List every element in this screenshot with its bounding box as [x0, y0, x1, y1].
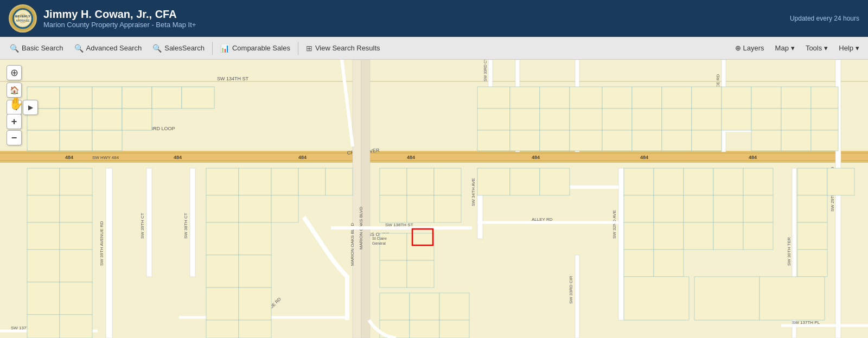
svg-rect-158: [27, 250, 60, 282]
zoom-out-button[interactable]: −: [7, 130, 22, 145]
comparable-sales-button[interactable]: 📊 Comparable Sales: [215, 42, 296, 55]
help-button[interactable]: Help ▾: [834, 42, 864, 54]
svg-rect-92: [570, 87, 602, 109]
chart-icon: 📊: [220, 44, 229, 53]
svg-rect-166: [271, 168, 298, 195]
tools-button[interactable]: Tools ▾: [801, 42, 832, 54]
svg-rect-122: [781, 130, 811, 151]
svg-text:General: General: [372, 241, 386, 245]
zoom-in-button[interactable]: +: [7, 114, 22, 129]
svg-rect-131: [743, 168, 773, 195]
svg-text:484: 484: [640, 155, 648, 160]
tools-dropdown-icon: ▾: [824, 44, 828, 52]
svg-text:484: 484: [174, 155, 182, 160]
svg-rect-97: [722, 87, 751, 109]
forward-button[interactable]: ▶: [23, 100, 38, 115]
svg-rect-88: [407, 260, 434, 288]
toolbar: 🔍 Basic Search 🔍 Advanced Search 🔍 Sales…: [0, 37, 868, 60]
svg-rect-31: [92, 109, 122, 130]
svg-text:484: 484: [65, 155, 73, 160]
svg-rect-137: [713, 195, 743, 222]
svg-rect-179: [239, 320, 271, 338]
search-icon-2: 🔍: [74, 44, 84, 53]
svg-rect-79: [380, 168, 407, 195]
svg-rect-90: [510, 87, 540, 109]
svg-rect-160: [27, 282, 60, 315]
svg-rect-123: [811, 130, 838, 151]
svg-rect-170: [239, 195, 271, 222]
svg-text:BEVERLY: BEVERLY: [15, 15, 30, 18]
svg-rect-110: [751, 109, 781, 130]
svg-rect-95: [662, 87, 692, 109]
svg-text:SW 33RD CT: SW 33RD CT: [483, 60, 487, 81]
svg-rect-135: [654, 195, 684, 222]
svg-text:SW 32ND AVE: SW 32ND AVE: [612, 210, 617, 239]
logo: BEVERLY APPRAISE: [9, 4, 37, 33]
svg-rect-62: [488, 60, 493, 87]
svg-rect-121: [751, 130, 781, 151]
svg-text:SW 33RD CIR: SW 33RD CIR: [569, 276, 573, 304]
svg-rect-24: [60, 87, 92, 109]
svg-rect-153: [60, 168, 92, 195]
svg-rect-169: [206, 195, 239, 222]
svg-rect-159: [60, 250, 92, 282]
view-search-results-button[interactable]: ⊞ View Search Results: [301, 42, 386, 55]
zoom-controls: + −: [7, 114, 22, 145]
svg-rect-180: [380, 293, 410, 320]
separator-1: [212, 42, 213, 55]
svg-rect-86: [407, 233, 434, 260]
svg-text:SW 34TH AVE: SW 34TH AVE: [471, 178, 476, 206]
home-button[interactable]: 🏠: [7, 82, 22, 98]
app-title: Jimmy H. Cowan, Jr., CFA: [43, 8, 196, 21]
svg-rect-105: [602, 109, 632, 130]
svg-rect-93: [602, 87, 632, 109]
svg-rect-167: [298, 168, 326, 195]
svg-rect-133: [827, 168, 854, 195]
svg-rect-120: [692, 130, 722, 151]
svg-text:SW 134TH ST: SW 134TH ST: [217, 76, 249, 81]
svg-rect-48: [618, 168, 624, 320]
basic-search-button[interactable]: 🔍 Basic Search: [4, 42, 69, 55]
search-icon: 🔍: [10, 44, 19, 53]
svg-rect-130: [713, 168, 743, 195]
svg-text:SW 137TH PL: SW 137TH PL: [792, 320, 820, 325]
svg-rect-132: [797, 168, 827, 195]
layers-button[interactable]: ⊕ Layers: [731, 42, 769, 54]
svg-text:484: 484: [532, 155, 540, 160]
svg-rect-42: [353, 60, 361, 338]
svg-rect-162: [27, 315, 60, 338]
svg-rect-138: [743, 195, 773, 222]
svg-rect-119: [662, 130, 692, 151]
svg-rect-108: [692, 109, 722, 130]
svg-rect-91: [540, 87, 570, 109]
svg-rect-103: [540, 109, 570, 130]
title-block: Jimmy H. Cowan, Jr., CFA Marion County P…: [43, 8, 196, 29]
svg-rect-109: [722, 109, 751, 130]
svg-text:St Claire: St Claire: [372, 237, 387, 240]
svg-text:484: 484: [749, 155, 757, 160]
svg-rect-173: [239, 222, 271, 255]
help-dropdown-icon: ▾: [856, 44, 859, 52]
svg-rect-142: [684, 222, 713, 250]
svg-rect-182: [439, 293, 469, 320]
map-button[interactable]: Map ▾: [771, 42, 799, 54]
sales-search-button[interactable]: 🔍 SalesSearch: [147, 42, 210, 55]
svg-rect-152: [27, 168, 60, 195]
svg-rect-25: [92, 87, 122, 109]
svg-text:APPRAISE: APPRAISE: [16, 19, 30, 22]
advanced-search-button[interactable]: 🔍 Advanced Search: [69, 42, 148, 55]
svg-rect-149: [624, 277, 689, 320]
svg-rect-125: [510, 168, 540, 195]
map-container[interactable]: 484 SW HWY 484 484 484 484 484 484 484 S…: [0, 60, 868, 338]
crosshair-button[interactable]: ⊕: [7, 65, 22, 80]
svg-text:SW 39TH AVENUE RD: SW 39TH AVENUE RD: [99, 221, 104, 266]
svg-rect-124: [477, 168, 510, 195]
svg-rect-100: [811, 87, 838, 109]
svg-rect-94: [632, 87, 662, 109]
svg-rect-111: [781, 109, 811, 130]
svg-rect-155: [60, 195, 92, 222]
svg-rect-184: [410, 320, 439, 338]
svg-rect-112: [811, 109, 838, 130]
svg-rect-96: [692, 87, 722, 109]
svg-rect-185: [439, 320, 469, 338]
